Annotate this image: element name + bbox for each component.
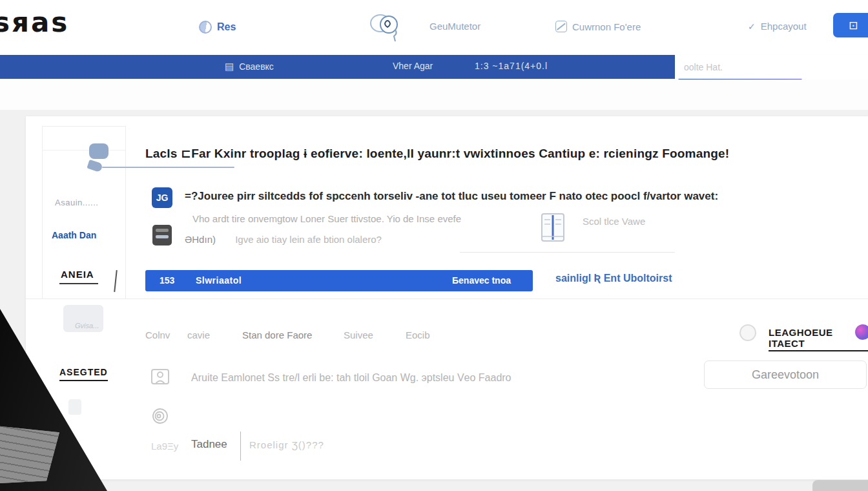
cta-label: Slwriaatol	[196, 275, 242, 286]
header-substrip	[0, 79, 868, 110]
action-button[interactable]: Gareevotoon	[704, 360, 867, 389]
app-icon: ⊡	[849, 19, 858, 32]
cta-side-link[interactable]: sainligl Ʀ Ent Uboltoirst	[555, 273, 672, 284]
navbar-item-2[interactable]: Vher Agar	[393, 61, 433, 71]
book-icon	[540, 212, 566, 247]
nav-community[interactable]: GeuMutetor	[429, 21, 480, 32]
feature-badge-glyph: JG	[156, 193, 169, 203]
nav-folder-label: Cuwrnon Fo'ere	[572, 21, 641, 32]
apply-cta-bar[interactable]: 153 Slwriaatol Бenavec tnoa	[145, 270, 533, 291]
list-item-text: Aruite Eamlonet Ss tre/l erli be: tah tl…	[191, 372, 512, 384]
sidebar-item-2[interactable]: Aaath Dan	[52, 230, 96, 240]
check-icon: ✓	[748, 21, 756, 32]
sidebar-item-3[interactable]: ANEIA	[59, 269, 98, 284]
footer-divider	[240, 432, 241, 461]
cta-right-label: Бenavec tnoa	[452, 275, 511, 286]
content-card: Asauin...... Aaath Dan ANEIA Gvisa... AS…	[26, 116, 868, 479]
page: sяas Res GeuMutetor Cuwrnon Fo'ere ✓ Ehp…	[0, 0, 868, 491]
sidebar-divider	[42, 150, 126, 151]
navbar-item-3-label: 1:3 ~1a71(4+0.l	[475, 61, 548, 71]
feature-subline-1: Vho ardt tire onvemgtow Loner Suer ttivs…	[192, 213, 461, 224]
folder-icon	[555, 21, 567, 32]
tab-5[interactable]: Eocib	[406, 329, 430, 340]
footer-left-label: La9Ξy	[151, 441, 178, 452]
faint-icon	[68, 399, 81, 415]
top-header: sяas Res GeuMutetor Cuwrnon Fo'ere ✓ Ehp…	[0, 0, 868, 55]
faded-thumbnail-label: Gvisa...	[75, 322, 99, 329]
nav-layout-label: Ehpcayout	[761, 21, 807, 32]
bottom-right-shape	[812, 480, 868, 491]
feature-subline-2: ƏHdın) Igve aio tiay lein afe btion olal…	[185, 234, 382, 245]
navbar-item-2-label: Vher Agar	[393, 61, 433, 71]
colorful-logo-icon	[855, 324, 868, 340]
main-navbar: ▤ Сваевкс Vher Agar 1:3 ~1a71(4+0.l	[0, 55, 868, 79]
feature-headline: =?Jouree pirr siltcedds fof spccenh tors…	[185, 190, 779, 203]
nav-res[interactable]: Res	[199, 21, 236, 34]
nav-res-label: Res	[217, 21, 236, 33]
note-divider	[460, 252, 675, 253]
page-title: Lacls ⊏Far Kxinr trooplag ɨ eofierve: lo…	[145, 146, 843, 161]
tab-2[interactable]: cavie	[187, 329, 210, 340]
feature-subline-2-text: Igve aio tiay lein afe btion olalero?	[235, 234, 382, 245]
sidebar-assorted-label[interactable]: ASEGTED	[59, 367, 108, 381]
camera-icon	[152, 225, 172, 245]
navbar-item-1[interactable]: ▤ Сваевкс	[225, 61, 274, 72]
feature-badge-icon: JG	[152, 187, 172, 208]
navbar-search	[675, 55, 868, 79]
feature-subline-2-prefix: ƏHdın)	[185, 234, 216, 245]
sketch-logo-icon	[369, 9, 403, 47]
grid-icon: ▤	[225, 61, 234, 72]
search-input[interactable]	[675, 55, 868, 79]
tab-1[interactable]: Colnv	[145, 329, 170, 340]
tab-4[interactable]: Suivee	[344, 329, 373, 340]
brand-logo[interactable]: sяas	[0, 6, 69, 38]
scribble-line	[102, 167, 234, 168]
footer-right-label: Rroeligr Ʒ()???	[249, 439, 324, 450]
navbar-item-1-label: Сваевкс	[239, 61, 274, 72]
primary-app-button[interactable]: ⊡	[833, 13, 868, 37]
avatar-scribble-icon	[89, 143, 108, 159]
tab-3-active[interactable]: Stan dore Faore	[242, 329, 312, 340]
nav-folder[interactable]: Cuwrnon Fo'ere	[555, 21, 641, 32]
cta-count: 153	[160, 275, 174, 286]
section-divider	[26, 298, 868, 299]
badge-circle-icon	[739, 324, 756, 341]
spiral-icon	[151, 407, 169, 428]
half-circle-icon	[199, 21, 212, 34]
scroll-note: Scol tlce Vawe	[583, 216, 645, 227]
footer-mid-label[interactable]: Tadnee	[191, 438, 227, 451]
person-outline-icon	[150, 367, 170, 390]
nav-layout[interactable]: ✓ Ehpcayout	[748, 21, 807, 32]
nav-community-label: GeuMutetor	[429, 21, 480, 32]
badge-label[interactable]: LEAGHOEUE ITAECT	[769, 327, 868, 351]
sidebar-item-1[interactable]: Asauin......	[55, 198, 98, 207]
navbar-item-3[interactable]: 1:3 ~1a71(4+0.l	[475, 61, 548, 71]
